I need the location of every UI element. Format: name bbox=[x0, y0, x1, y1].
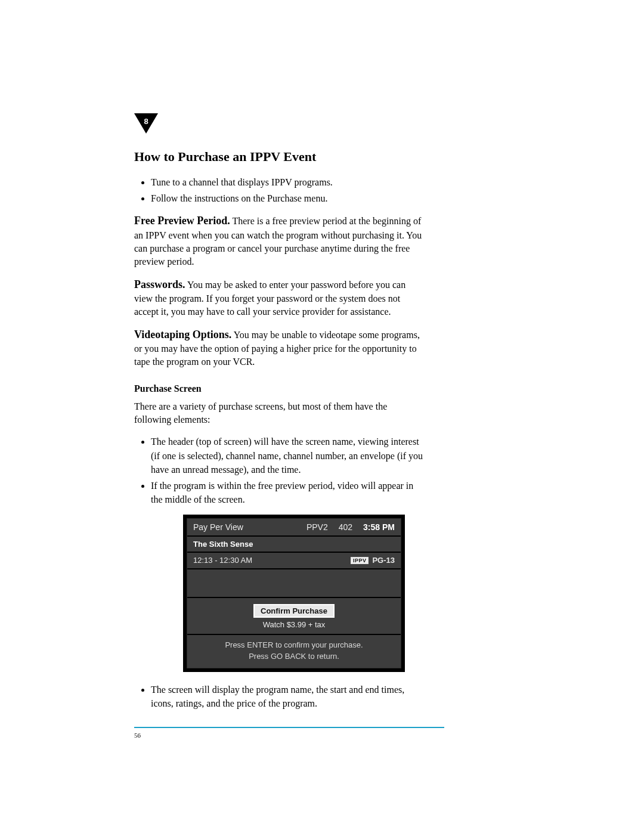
tv-rating: PG-13 bbox=[372, 556, 395, 565]
content-column: How to Purchase an IPPV Event Tune to a … bbox=[134, 149, 426, 739]
list-item: The header (top of screen) will have the… bbox=[151, 435, 426, 476]
tv-channel-name: PPV2 bbox=[306, 522, 328, 532]
ippv-badge-icon: IPPV bbox=[351, 557, 369, 564]
tv-video-area bbox=[187, 569, 401, 598]
page-number: 56 bbox=[134, 732, 426, 739]
tv-screenshot: Pay Per View PPV2 402 3:58 PM The Sixth … bbox=[183, 515, 405, 671]
run-in-heading: Passwords. bbox=[134, 278, 185, 290]
tv-footer: Press ENTER to confirm your purchase. Pr… bbox=[187, 635, 401, 667]
subsection-intro: There are a variety of purchase screens,… bbox=[134, 400, 426, 427]
tv-confirm-block: Confirm Purchase Watch $3.99 + tax bbox=[187, 598, 401, 635]
subsection-heading: Purchase Screen bbox=[134, 383, 426, 394]
tv-screen-name: Pay Per View bbox=[193, 522, 296, 532]
tv-program-title: The Sixth Sense bbox=[193, 540, 253, 549]
chapter-number: 8 bbox=[134, 117, 158, 126]
run-in-heading: Videotaping Options. bbox=[134, 329, 231, 340]
tv-price-line: Watch $3.99 + tax bbox=[193, 620, 395, 629]
purchase-screen-bullets-before: The header (top of screen) will have the… bbox=[134, 435, 426, 506]
tv-program-time-row: 12:13 - 12:30 AM IPPV PG-13 bbox=[187, 553, 401, 569]
intro-bullet-list: Tune to a channel that displays IPPV pro… bbox=[134, 175, 426, 205]
paragraph-videotaping: Videotaping Options. You may be unable t… bbox=[134, 327, 426, 369]
tv-clock: 3:58 PM bbox=[363, 522, 395, 532]
tv-program-title-row: The Sixth Sense bbox=[187, 537, 401, 553]
tv-rating-block: IPPV PG-13 bbox=[351, 556, 395, 565]
tv-footer-line1: Press ENTER to confirm your purchase. bbox=[193, 640, 395, 651]
section-heading: How to Purchase an IPPV Event bbox=[134, 149, 426, 165]
list-item: Tune to a channel that displays IPPV pro… bbox=[151, 175, 426, 189]
paragraph-passwords: Passwords. You may be asked to enter you… bbox=[134, 277, 426, 319]
list-item: The screen will display the program name… bbox=[151, 683, 426, 710]
list-item: Follow the instructions on the Purchase … bbox=[151, 191, 426, 205]
paragraph-free-preview: Free Preview Period. There is a free pre… bbox=[134, 213, 426, 268]
tv-header: Pay Per View PPV2 402 3:58 PM bbox=[187, 519, 401, 537]
tv-panel: Pay Per View PPV2 402 3:58 PM The Sixth … bbox=[187, 518, 401, 668]
purchase-screen-bullets-after: The screen will display the program name… bbox=[134, 683, 426, 710]
chapter-marker-icon: 8 bbox=[134, 113, 158, 137]
tv-footer-line2: Press GO BACK to return. bbox=[193, 651, 395, 662]
tv-program-time: 12:13 - 12:30 AM bbox=[193, 556, 351, 565]
confirm-purchase-button[interactable]: Confirm Purchase bbox=[253, 604, 335, 618]
tv-channel-number: 402 bbox=[339, 522, 352, 532]
page-divider bbox=[134, 727, 444, 728]
page: 8 How to Purchase an IPPV Event Tune to … bbox=[0, 0, 644, 833]
run-in-heading: Free Preview Period. bbox=[134, 215, 230, 227]
list-item: If the program is within the free previe… bbox=[151, 479, 426, 506]
